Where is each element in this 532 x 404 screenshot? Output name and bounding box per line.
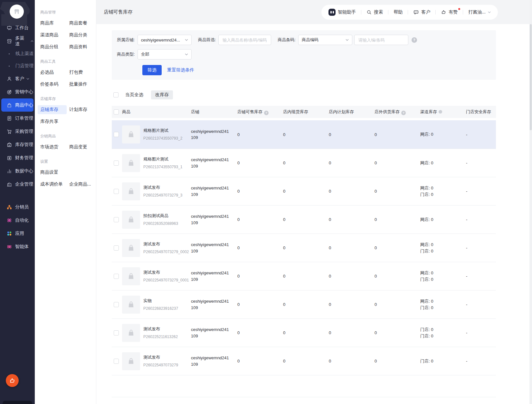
- header-col-label: 门店安全库存: [466, 109, 491, 114]
- submenu-item-价签条码[interactable]: 价签条码: [38, 80, 67, 89]
- submenu-item-商品变更[interactable]: 商品变更: [67, 142, 96, 152]
- info-circle-icon[interactable]: ?: [264, 111, 269, 115]
- table-row[interactable]: 测试发布P260225497073279ceshiyigewemnd241109…: [112, 347, 496, 375]
- toolbar-item-客户[interactable]: 客户: [413, 9, 430, 15]
- rail-item-应用[interactable]: 应用: [1, 227, 33, 240]
- rail-item-库存管理[interactable]: 库存管理: [1, 138, 33, 151]
- safe-stock-cell: -: [466, 330, 496, 335]
- table-row[interactable]: 测试发布P260225497073279_0001ceshiyigewemnd2…: [112, 262, 496, 290]
- toolbar-item-有赞[interactable]: 有赞: [441, 9, 458, 15]
- row-checkbox[interactable]: [114, 274, 119, 279]
- help-circle-icon[interactable]: ?: [412, 37, 417, 43]
- rail-nav: 工作台多渠道线上渠道门店管理客户营销中心商品中心订单管理采购管理库存管理财务管理…: [0, 21, 35, 253]
- chat-icon: [413, 9, 419, 15]
- external-stock-cell: 0: [375, 217, 420, 222]
- submenu-item-商品分组[interactable]: 商品分组: [38, 42, 67, 51]
- rail-item-工作台[interactable]: 工作台: [1, 21, 33, 34]
- table-row[interactable]: 实物P260226823916237ceshiyigewemnd24110900…: [112, 290, 496, 318]
- toolbar-item-label: 搜索: [374, 9, 383, 15]
- select-all-checkbox[interactable]: [113, 92, 119, 97]
- table-row[interactable]: 测试发布P260225497073279_3ceshiyigewemnd2411…: [112, 177, 496, 205]
- table-row[interactable]: 规格图片测试P260213743550793_1ceshiyigewemnd24…: [112, 149, 496, 177]
- row-checkbox[interactable]: [114, 245, 119, 251]
- row-checkbox[interactable]: [114, 217, 119, 222]
- table-row[interactable]: 测试发布P260225497073279_0002ceshiyigewemnd2…: [112, 234, 496, 262]
- rail-item-门店管理[interactable]: 门店管理: [1, 60, 33, 72]
- submenu-item-成本调价单[interactable]: 成本调价单: [38, 180, 67, 189]
- row-checkbox[interactable]: [114, 359, 119, 364]
- table-row[interactable]: 拍扣测试商品P260226352088963ceshiyigewemnd2411…: [112, 205, 496, 234]
- scrollbar-thumb[interactable]: [530, 24, 532, 130]
- product-image-placeholder: [122, 296, 140, 314]
- assistant-robot-icon: [328, 9, 336, 16]
- store-name: ceshiyigewemnd241109: [191, 270, 230, 282]
- header-col-label: 店铺: [191, 109, 199, 114]
- submenu-item-商品分类[interactable]: 商品分类: [67, 31, 96, 40]
- rail-item-订单管理[interactable]: 订单管理: [1, 112, 33, 125]
- submenu-item-必选品[interactable]: 必选品: [38, 68, 67, 77]
- rail-item-客户[interactable]: 客户: [1, 72, 33, 85]
- rail-item-智能体[interactable]: 智能体: [1, 240, 33, 253]
- toolbar-item-打酱油...[interactable]: 打酱油...: [468, 9, 491, 15]
- rail-item-自动化[interactable]: 自动化: [1, 214, 33, 227]
- reset-filters-link[interactable]: 重置筛选条件: [167, 67, 194, 73]
- barcode-input-wrap: [354, 35, 408, 45]
- safe-stock-cell: -: [466, 274, 496, 279]
- submenu-item-渠道商品[interactable]: 渠道商品: [38, 31, 67, 40]
- bag-icon: [127, 272, 135, 280]
- header-checkbox[interactable]: [114, 109, 119, 115]
- row-checkbox[interactable]: [114, 161, 119, 166]
- product-code: P260225497073279_3: [143, 193, 191, 198]
- table-row[interactable]: 规格图片测试P260213743550793_2ceshiyigewemnd24…: [112, 120, 496, 149]
- rail-item-企业管理[interactable]: 企业管理: [1, 178, 33, 191]
- submenu-item-商品套餐[interactable]: 商品套餐: [67, 19, 96, 28]
- rail-item-营销中心[interactable]: 营销中心: [1, 85, 33, 98]
- filter-circle-icon[interactable]: [439, 110, 442, 114]
- safe-stock-cell: -: [466, 132, 496, 137]
- submenu-item-计划库存[interactable]: 计划库存: [67, 105, 96, 114]
- submenu-section-header: 商品工具: [38, 59, 96, 64]
- row-checkbox[interactable]: [114, 189, 119, 194]
- planned-stock-cell: 0: [329, 302, 375, 307]
- thumbs-up-float-button[interactable]: [6, 374, 19, 387]
- row-checkbox[interactable]: [114, 132, 119, 137]
- submenu-item-打包费[interactable]: 打包费: [67, 68, 96, 77]
- filter-submit-button[interactable]: 筛选: [142, 65, 162, 75]
- enterprise-icon: [6, 181, 12, 187]
- submenu-item-批量操作[interactable]: 批量操作: [67, 80, 96, 89]
- rail-item-线上渠道[interactable]: 线上渠道: [1, 48, 33, 60]
- table-row[interactable]: 测试发布P260225211613262ceshiyigewemnd241109…: [112, 318, 496, 347]
- type-select[interactable]: 全部: [138, 49, 192, 60]
- row-checkbox[interactable]: [114, 330, 119, 335]
- agent-icon: [6, 244, 12, 250]
- product-name: 规格图片测试: [143, 156, 191, 162]
- submenu-item-库存共享[interactable]: 库存共享: [38, 117, 67, 126]
- barcode-type-select[interactable]: 商品编码: [298, 35, 352, 45]
- info-circle-icon[interactable]: ?: [401, 111, 406, 115]
- change-stock-button[interactable]: 改库存: [151, 90, 173, 99]
- distributor-icon: [6, 204, 12, 210]
- product-filter-input[interactable]: [222, 37, 268, 43]
- toolbar-item-智能助手[interactable]: 智能助手: [328, 9, 356, 16]
- shop-select-value: ceshiyigewemnd24...: [141, 38, 180, 42]
- rail-item-多渠道[interactable]: 多渠道: [1, 34, 33, 48]
- header-checkbox-cell: [112, 109, 119, 115]
- rail-item-分销员[interactable]: 分销员: [1, 200, 33, 214]
- submenu-item-企业商品...[interactable]: 企业商品...: [67, 180, 96, 189]
- rail-item-数据中心[interactable]: 数据中心: [1, 164, 33, 178]
- submenu-item-商品资料[interactable]: 商品资料: [67, 42, 96, 51]
- barcode-input[interactable]: [358, 37, 405, 43]
- submenu-item-商品库[interactable]: 商品库: [38, 19, 67, 28]
- collapse-pill[interactable]: [3, 401, 32, 404]
- submenu-item-店铺库存[interactable]: 店铺库存: [38, 105, 67, 114]
- shop-avatar[interactable]: [10, 5, 24, 19]
- rail-item-财务管理[interactable]: 财务管理: [1, 151, 33, 164]
- submenu-item-市场选货[interactable]: 市场选货: [38, 142, 67, 152]
- rail-item-商品中心[interactable]: 商品中心: [1, 98, 33, 112]
- row-checkbox[interactable]: [114, 302, 119, 307]
- toolbar-item-帮助[interactable]: 帮助: [394, 9, 403, 15]
- shop-select[interactable]: ceshiyigewemnd24...: [138, 35, 192, 45]
- submenu-item-商品设置[interactable]: 商品设置: [38, 168, 67, 177]
- rail-item-采购管理[interactable]: 采购管理: [1, 125, 33, 138]
- toolbar-item-搜索[interactable]: 搜索: [366, 9, 383, 15]
